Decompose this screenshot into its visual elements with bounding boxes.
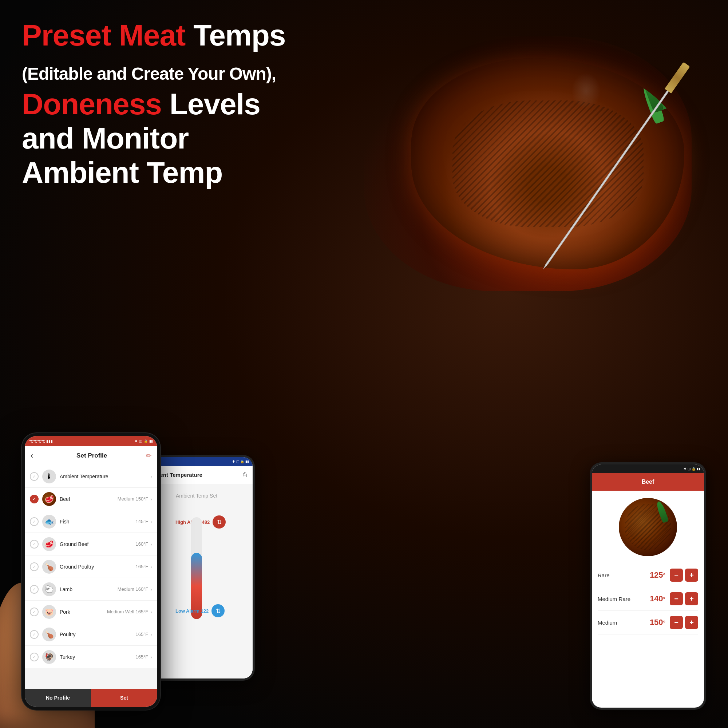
- check-icon: ✓: [30, 630, 38, 639]
- arrow-icon: ›: [150, 632, 152, 637]
- doneness-temp: 150°: [650, 618, 665, 627]
- item-name: Beef: [60, 496, 118, 502]
- alarm-icon: ◫: [139, 439, 142, 443]
- list-item[interactable]: ✓ 🐑 Lamb Medium 160°F ›: [25, 578, 157, 601]
- doneness-item: Medium 150° − +: [598, 611, 698, 635]
- status-icons-p2: ✱ ◫ 🔒 ▮▮: [232, 460, 249, 463]
- check-icon: ✓: [30, 495, 38, 503]
- phone1-status-bar: ℃℃℃℃ ▮▮▮ ✱ ◫ 🔒 ▮▮: [25, 436, 157, 446]
- item-name: Turkey: [60, 654, 135, 660]
- headline-small: (Editable and Create Your Own),: [22, 64, 276, 83]
- battery-icon: ▮▮: [149, 439, 153, 443]
- thermometer-bar: [191, 517, 202, 619]
- item-temp: 165°F: [135, 632, 148, 637]
- check-icon: ✓: [30, 585, 38, 594]
- temp-controls: − +: [670, 592, 698, 605]
- set-button[interactable]: Set: [91, 689, 157, 707]
- arrow-icon: ›: [150, 586, 152, 592]
- share-icon[interactable]: ⎙: [243, 471, 247, 479]
- item-temp: Medium 150°F: [118, 496, 148, 502]
- low-alarm-container: Low Alarm 122 ⇅: [176, 604, 225, 617]
- bottom-bar: No Profile Set: [25, 689, 157, 707]
- phone3-title: Beef: [642, 479, 655, 485]
- status-icons: ✱ ◫ 🔒 ▮▮: [135, 439, 153, 443]
- headline-white-3: Ambient Temp: [22, 156, 222, 189]
- headline-red-2: Doneness: [22, 87, 162, 121]
- list-item[interactable]: ✓ 🐟 Fish 145°F ›: [25, 510, 157, 533]
- high-alarm-control[interactable]: ⇅: [213, 515, 226, 529]
- item-name: Ground Poultry: [60, 564, 135, 570]
- headline-red-1: Preset Meat: [22, 18, 185, 52]
- smoke-effect: [572, 73, 601, 109]
- status-signal: ℃℃℃℃ ▮▮▮: [29, 439, 53, 444]
- food-icon: 🥩: [42, 492, 56, 506]
- check-icon: ✓: [30, 472, 38, 481]
- doneness-name: Medium Rare: [598, 596, 650, 602]
- food-icon: 🦃: [42, 650, 56, 664]
- phone3-header: Beef: [592, 473, 704, 491]
- list-item[interactable]: ✓ 🌡 Ambient Temperature ›: [25, 465, 157, 488]
- status-icons-p3: ✱ ◫ 🔒 ▮▮: [684, 467, 700, 471]
- check-icon: ✓: [30, 562, 38, 571]
- arrow-icon: ›: [150, 541, 152, 547]
- doneness-name: Rare: [598, 572, 650, 578]
- list-item[interactable]: ✓ 🥩 Ground Beef 160°F ›: [25, 533, 157, 555]
- item-temp: 160°F: [135, 541, 148, 547]
- phone1: ℃℃℃℃ ▮▮▮ ✱ ◫ 🔒 ▮▮ ‹ Set Profile ✏ ✓ 🌡 Am…: [22, 433, 160, 710]
- back-button[interactable]: ‹: [31, 451, 33, 460]
- doneness-item: Medium Rare 140° − +: [598, 587, 698, 611]
- lock-icon: 🔒: [144, 439, 148, 443]
- headline-white-1: Temps: [185, 18, 285, 52]
- list-item[interactable]: ✓ 🥩 Beef Medium 150°F ›: [25, 488, 157, 510]
- no-profile-button[interactable]: No Profile: [25, 689, 91, 707]
- doneness-temp: 125°: [650, 570, 665, 580]
- bluetooth-icon: ✱: [135, 439, 138, 443]
- profile-list: ✓ 🌡 Ambient Temperature › ✓ 🥩 Beef Mediu…: [25, 465, 157, 689]
- food-icon: 🍗: [42, 627, 56, 641]
- list-item[interactable]: ✓ 🍗 Ground Poultry 165°F ›: [25, 555, 157, 578]
- decrease-button[interactable]: −: [670, 569, 683, 582]
- item-temp: 165°F: [135, 654, 148, 659]
- low-alarm-label: Low Alarm 122: [176, 608, 209, 614]
- arrow-icon: ›: [150, 564, 152, 570]
- low-alarm-control[interactable]: ⇅: [211, 604, 225, 617]
- item-temp: 145°F: [135, 519, 148, 524]
- item-temp: Medium 160°F: [118, 586, 148, 592]
- arrow-icon: ›: [150, 654, 152, 660]
- decrease-button[interactable]: −: [670, 616, 683, 629]
- doneness-name: Medium: [598, 619, 650, 626]
- decrease-button[interactable]: −: [670, 592, 683, 605]
- increase-button[interactable]: +: [685, 592, 698, 605]
- temp-controls: − +: [670, 569, 698, 582]
- arrow-icon: ›: [150, 474, 152, 479]
- check-icon: ✓: [30, 540, 38, 549]
- food-icon: 🐷: [42, 605, 56, 619]
- phone1-inner: ℃℃℃℃ ▮▮▮ ✱ ◫ 🔒 ▮▮ ‹ Set Profile ✏ ✓ 🌡 Am…: [25, 436, 157, 707]
- phone3-status-bar: ✱ ◫ 🔒 ▮▮: [592, 465, 704, 473]
- probe-tip: [541, 263, 548, 271]
- ambient-temp-set-label: Ambient Temp Set: [176, 493, 217, 499]
- phone3-inner: ✱ ◫ 🔒 ▮▮ Beef Rare 125° − + Medium Rare …: [592, 465, 704, 708]
- item-temp: Medium Well 165°F: [107, 609, 148, 615]
- increase-button[interactable]: +: [685, 569, 698, 582]
- check-icon: ✓: [30, 653, 38, 661]
- doneness-list: Rare 125° − + Medium Rare 140° − + Mediu…: [592, 563, 704, 635]
- phone1-header: ‹ Set Profile ✏: [25, 446, 157, 465]
- doneness-temp: 140°: [650, 594, 665, 604]
- edit-icon[interactable]: ✏: [146, 452, 151, 460]
- food-icon: 🍗: [42, 560, 56, 574]
- increase-button[interactable]: +: [685, 616, 698, 629]
- list-item[interactable]: ✓ 🍗 Poultry 165°F ›: [25, 623, 157, 646]
- temp-controls: − +: [670, 616, 698, 629]
- food-icon: 🐟: [42, 515, 56, 529]
- item-name: Fish: [60, 519, 135, 525]
- headline: Preset Meat Temps (Editable and Create Y…: [22, 18, 313, 190]
- list-item[interactable]: ✓ 🐷 Pork Medium Well 165°F ›: [25, 601, 157, 623]
- check-icon: ✓: [30, 517, 38, 526]
- food-icon: 🐑: [42, 583, 56, 596]
- list-item[interactable]: ✓ 🦃 Turkey 165°F ›: [25, 646, 157, 668]
- food-icon: 🌡: [42, 470, 56, 483]
- phone1-title: Set Profile: [37, 452, 146, 459]
- item-name: Ground Beef: [60, 541, 135, 547]
- food-icon: 🥩: [42, 537, 56, 551]
